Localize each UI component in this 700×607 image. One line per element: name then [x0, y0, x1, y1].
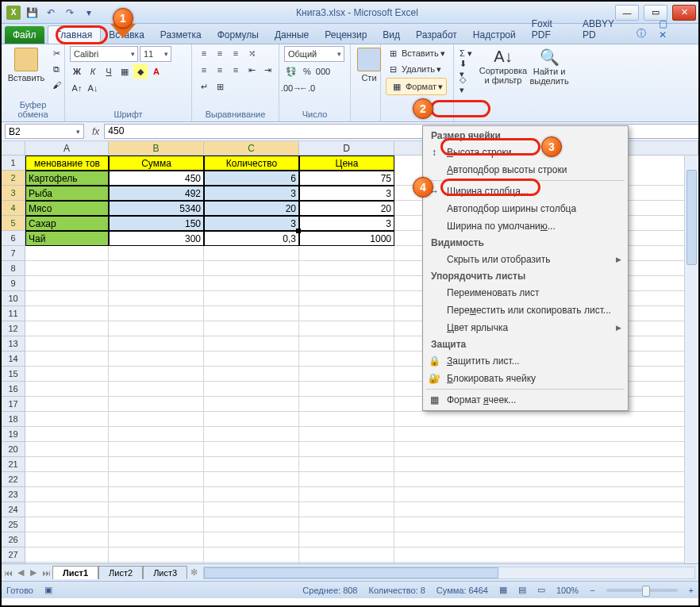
empty-cell[interactable] [204, 352, 299, 367]
horizontal-scrollbar[interactable] [203, 567, 695, 579]
header-cell[interactable]: Цена [299, 156, 394, 171]
empty-cell[interactable] [25, 487, 109, 502]
border-button[interactable]: ▦ [117, 64, 132, 79]
data-cell[interactable]: 150 [109, 216, 204, 231]
font-color-button[interactable]: А [149, 64, 163, 79]
sheet-nav-next-icon[interactable]: ▶ [27, 567, 40, 578]
row-header-28[interactable]: 28 [2, 563, 25, 563]
empty-cell[interactable] [299, 457, 394, 472]
empty-cell[interactable] [204, 517, 299, 532]
indent-dec-icon[interactable]: ⇤ [244, 63, 259, 77]
new-sheet-icon[interactable]: ✼ [187, 567, 200, 578]
currency-icon[interactable]: 💱 [284, 64, 298, 79]
vertical-scrollbar[interactable] [684, 156, 698, 563]
empty-cell[interactable] [109, 261, 204, 276]
empty-cell[interactable] [25, 352, 109, 367]
empty-cell[interactable] [109, 276, 204, 291]
row-header-11[interactable]: 11 [2, 306, 25, 321]
row-header-27[interactable]: 27 [2, 547, 25, 563]
dd-protect-sheet[interactable]: 🔒Защитить лист... [423, 352, 628, 370]
empty-cell[interactable] [204, 306, 299, 321]
row-header-4[interactable]: 4 [2, 201, 25, 216]
tab-review[interactable]: Рецензир [317, 26, 375, 44]
tab-file[interactable]: Файл [5, 26, 44, 44]
row-header-19[interactable]: 19 [2, 427, 25, 442]
empty-cell[interactable] [299, 352, 394, 367]
orientation-icon[interactable]: ⤭ [244, 46, 259, 60]
row-header-5[interactable]: 5 [2, 216, 25, 231]
data-cell[interactable]: 300 [109, 231, 204, 246]
empty-cell[interactable] [25, 276, 109, 291]
italic-button[interactable]: К [86, 64, 100, 79]
empty-cell[interactable] [299, 276, 394, 291]
sheet-nav-last-icon[interactable]: ⏭ [40, 568, 52, 578]
row-header-25[interactable]: 25 [2, 517, 25, 532]
empty-cell[interactable] [25, 457, 109, 472]
row-label[interactable]: Картофель [25, 171, 109, 186]
row-label[interactable]: Сахар [25, 216, 109, 231]
dd-hide-unhide[interactable]: Скрыть или отобразить▶ [423, 251, 628, 268]
data-cell[interactable]: 6 [204, 171, 299, 186]
empty-cell[interactable] [25, 246, 109, 261]
font-name-combo[interactable]: Calibri [70, 46, 138, 62]
empty-cell[interactable] [299, 412, 394, 427]
delete-cells-button[interactable]: ⊟Удалить ▾ [386, 62, 441, 76]
header-cell[interactable]: Сумма [109, 156, 204, 171]
percent-icon[interactable]: % [300, 64, 314, 79]
empty-cell[interactable] [204, 412, 299, 427]
insert-cells-button[interactable]: ⊞Вставить ▾ [386, 46, 445, 60]
qat-more-icon[interactable]: ▾ [81, 5, 97, 21]
tab-formulas[interactable]: Формулы [210, 26, 267, 44]
col-header-B[interactable]: B [109, 141, 204, 156]
align-right-icon[interactable]: ≡ [229, 63, 243, 77]
empty-cell[interactable] [25, 397, 109, 412]
empty-cell[interactable] [109, 336, 204, 352]
dd-default-width[interactable]: Ширина по умолчанию... [423, 217, 628, 235]
empty-cell[interactable] [109, 412, 204, 427]
header-cell[interactable]: менование тов [25, 156, 109, 171]
empty-cell[interactable] [25, 336, 109, 352]
empty-cell[interactable] [299, 517, 394, 532]
dd-autofit-column[interactable]: Автоподбор ширины столбца [423, 200, 628, 217]
empty-cell[interactable] [299, 563, 394, 563]
empty-cell[interactable] [299, 291, 394, 306]
empty-cell[interactable] [204, 397, 299, 412]
empty-cell[interactable] [299, 246, 394, 261]
cut-icon[interactable]: ✂ [49, 46, 63, 60]
zoom-out-icon[interactable]: − [590, 586, 594, 595]
row-label[interactable]: Рыба [25, 186, 109, 201]
select-all-corner[interactable] [2, 141, 25, 156]
zoom-slider[interactable] [606, 589, 678, 592]
empty-cell[interactable] [204, 261, 299, 276]
empty-cell[interactable] [204, 547, 299, 563]
row-header-23[interactable]: 23 [2, 487, 25, 502]
empty-cell[interactable] [109, 321, 204, 336]
zoom-in-icon[interactable]: + [689, 586, 694, 595]
row-header-3[interactable]: 3 [2, 186, 25, 201]
empty-cell[interactable] [25, 472, 109, 487]
view-layout-icon[interactable]: ▤ [518, 585, 526, 595]
sort-filter-button[interactable]: A↓ Сортировка и фильтр [481, 46, 525, 86]
row-header-7[interactable]: 7 [2, 246, 25, 261]
name-box[interactable]: B2▾ [5, 124, 84, 139]
data-cell[interactable]: 1000 [299, 231, 394, 246]
empty-cell[interactable] [299, 442, 394, 457]
empty-cell[interactable] [204, 276, 299, 291]
dd-move-copy-sheet[interactable]: Переместить или скопировать лист... [423, 302, 628, 319]
format-painter-icon[interactable]: 🖌 [49, 78, 63, 92]
qat-undo-icon[interactable]: ↶ [43, 5, 59, 21]
tab-developer[interactable]: Разработ [408, 26, 465, 44]
increase-font-icon[interactable]: A↑ [70, 81, 84, 95]
data-cell[interactable]: 3 [204, 186, 299, 201]
dd-format-cells[interactable]: ▦Формат ячеек... [423, 391, 628, 409]
row-header-12[interactable]: 12 [2, 321, 25, 336]
row-header-9[interactable]: 9 [2, 276, 25, 291]
data-cell[interactable]: 0,3 [204, 231, 299, 246]
empty-cell[interactable] [204, 442, 299, 457]
empty-cell[interactable] [25, 382, 109, 397]
tab-data[interactable]: Данные [267, 26, 317, 44]
hscroll-thumb[interactable] [204, 567, 498, 578]
empty-cell[interactable] [299, 532, 394, 547]
find-select-button[interactable]: 🔍 Найти и выделить [529, 46, 570, 87]
number-format-combo[interactable]: Общий [284, 46, 344, 62]
